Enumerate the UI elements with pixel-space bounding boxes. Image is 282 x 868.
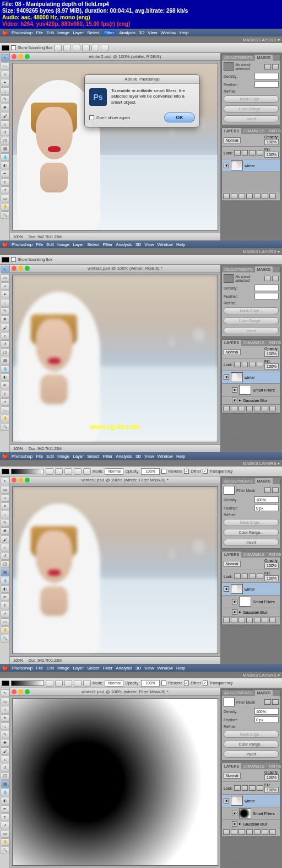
filter-name[interactable]: Gaussian Blur [243, 822, 267, 826]
visibility-toggle-icon[interactable]: 👁 [232, 821, 237, 827]
gaussian-blur-row[interactable]: 👁▸Gaussian Blur [222, 608, 280, 617]
type-tool-icon[interactable]: T [1, 390, 9, 398]
tool-preset-icon[interactable] [2, 257, 9, 262]
minimize-icon[interactable] [18, 54, 23, 59]
menu-help[interactable]: Help [180, 30, 188, 35]
show-bounding-box-checkbox[interactable] [11, 257, 16, 262]
menu-layer[interactable]: Layer [73, 666, 84, 671]
radial-gradient-icon[interactable] [55, 468, 63, 475]
menu-view[interactable]: View [144, 454, 154, 459]
gaussian-blur-row[interactable]: 👁▸Gaussian Blur [222, 820, 280, 828]
opacity-input[interactable]: 100% [141, 680, 160, 687]
zoom-window-icon[interactable] [25, 266, 30, 271]
gradient-tool-icon[interactable]: ▤ [1, 357, 9, 365]
layer-thumbnail[interactable] [231, 160, 243, 170]
menu-edit[interactable]: Edit [46, 30, 54, 35]
reflected-gradient-icon[interactable] [74, 680, 82, 687]
mask-thumbnail[interactable] [224, 274, 234, 283]
mask-edge-button[interactable]: Mask Edge... [224, 95, 279, 103]
pen-tool-icon[interactable]: ✒ [1, 170, 9, 178]
menu-edit[interactable]: Edit [46, 454, 54, 459]
close-icon[interactable] [12, 689, 17, 694]
visibility-toggle-icon[interactable]: 👁 [232, 599, 237, 604]
shape-tool-icon[interactable]: ▭ [1, 195, 9, 202]
eraser-tool-icon[interactable]: ◫ [1, 349, 9, 356]
lock-transparency-icon[interactable] [234, 150, 241, 156]
opt-button[interactable] [91, 45, 99, 51]
marquee-tool-icon[interactable]: ▭ [1, 486, 9, 494]
healing-tool-icon[interactable]: ✚ [1, 104, 9, 111]
menu-window[interactable]: Window [157, 454, 172, 459]
adjustment-layer-icon[interactable] [246, 829, 253, 835]
move-tool-icon[interactable]: ↖ [1, 478, 9, 485]
layer-mask-icon[interactable] [238, 829, 245, 835]
crop-tool-icon[interactable]: ⟂ [1, 299, 9, 307]
menu-image[interactable]: Image [57, 30, 69, 35]
fill-input[interactable]: 100% [264, 152, 279, 158]
density-input[interactable]: 100% [254, 708, 279, 715]
reflected-gradient-icon[interactable] [74, 468, 82, 475]
density-input[interactable] [254, 285, 279, 291]
history-brush-tool-icon[interactable]: ↺ [1, 340, 9, 348]
menu-edit[interactable]: Edit [46, 242, 54, 247]
lock-icon[interactable] [257, 362, 263, 367]
adjustments-tab[interactable]: ADJUSTMENTS [222, 55, 255, 61]
invert-button[interactable]: Invert [224, 327, 279, 334]
canvas[interactable] [12, 486, 218, 654]
path-tool-icon[interactable]: ↗ [1, 822, 9, 829]
opt-button[interactable] [63, 45, 71, 51]
menu-layer[interactable]: Layer [73, 30, 84, 35]
workspace-switcher[interactable]: MASKS LAYERS ▾ [243, 249, 280, 254]
opt-button[interactable] [101, 45, 109, 51]
close-icon[interactable] [12, 266, 17, 271]
close-icon[interactable] [12, 478, 17, 483]
masks-tab[interactable]: MASKS [255, 55, 273, 61]
zoom-tool-icon[interactable]: 🔍 [1, 423, 9, 431]
lock-icon[interactable] [234, 362, 241, 367]
mask-thumbnail[interactable] [224, 62, 234, 71]
diamond-gradient-icon[interactable] [83, 680, 91, 687]
app-name[interactable]: Photoshop [12, 242, 32, 247]
menu-analysis[interactable]: Analysis [116, 242, 132, 247]
channels-tab[interactable]: CHANNELS [241, 128, 267, 134]
paths-tab[interactable]: PATHS [267, 128, 282, 134]
apple-menu-icon[interactable]: 🍎 [2, 453, 8, 459]
dither-checkbox[interactable] [184, 469, 189, 474]
pen-tool-icon[interactable]: ✒ [1, 382, 9, 389]
minimize-icon[interactable] [18, 689, 23, 694]
minimize-icon[interactable] [18, 478, 23, 483]
minimize-icon[interactable] [18, 266, 23, 271]
paths-tab[interactable]: PATHS [267, 340, 282, 346]
layer-row-winter[interactable]: 👁winter [222, 583, 280, 596]
tool-preset-icon[interactable] [2, 469, 9, 474]
paths-tab[interactable]: PATHS [267, 551, 282, 558]
workspace-switcher[interactable]: MASKS LAYERS ▾ [243, 461, 280, 466]
menu-3d[interactable]: 3D [135, 242, 141, 247]
pixel-mask-icon[interactable] [264, 487, 271, 493]
lock-icon[interactable] [242, 362, 248, 367]
blend-mode-select[interactable]: Normal [224, 773, 241, 779]
zoom-window-icon[interactable] [25, 689, 30, 694]
opacity-input[interactable]: 100% [264, 774, 279, 780]
healing-tool-icon[interactable]: ✚ [1, 739, 9, 747]
wand-tool-icon[interactable]: ✦ [1, 79, 9, 87]
lock-icon[interactable] [234, 574, 241, 579]
menu-analysis[interactable]: Analysis [116, 666, 132, 671]
stamp-tool-icon[interactable]: ⎌ [1, 120, 9, 128]
mask-thumbnail[interactable] [224, 486, 235, 495]
delete-layer-icon[interactable] [269, 406, 276, 411]
density-input[interactable] [254, 73, 279, 79]
gaussian-blur-row[interactable]: 👁▸Gaussian Blur [222, 397, 280, 405]
brush-tool-icon[interactable]: 🖌 [1, 324, 9, 331]
menu-image[interactable]: Image [57, 242, 69, 247]
lock-icon[interactable] [257, 785, 263, 791]
canvas[interactable] [12, 698, 218, 866]
visibility-toggle-icon[interactable]: 👁 [232, 398, 237, 403]
layers-tab[interactable]: LAYERS [222, 763, 241, 769]
pen-tool-icon[interactable]: ✒ [1, 805, 9, 813]
density-input[interactable]: 100% [254, 496, 279, 503]
menu-analysis[interactable]: Analysis [119, 30, 135, 35]
eraser-tool-icon[interactable]: ◫ [1, 137, 9, 144]
tool-preset-icon[interactable] [2, 45, 9, 51]
masks-tab[interactable]: MASKS [255, 478, 273, 484]
